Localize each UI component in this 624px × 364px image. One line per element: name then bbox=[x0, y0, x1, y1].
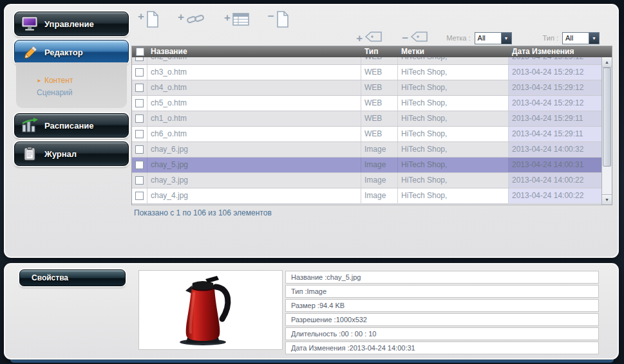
column-header-name[interactable]: Название bbox=[147, 46, 361, 57]
scrollbar-thumb[interactable] bbox=[603, 68, 611, 167]
row-checkbox[interactable] bbox=[132, 57, 147, 64]
row-checkbox[interactable] bbox=[132, 142, 147, 157]
minus-glyph: − bbox=[402, 33, 408, 44]
table-row[interactable]: ch3_o.htmWEBHiTech Shop,2013-04-24 15:29… bbox=[132, 65, 601, 80]
document-icon bbox=[276, 11, 289, 30]
remove-tag-button[interactable]: − bbox=[402, 31, 428, 45]
type-filter-select[interactable]: All ▼ bbox=[562, 32, 600, 44]
property-label: Дата Изменения bbox=[291, 344, 345, 352]
cell-name: chay_3.jpg bbox=[147, 173, 361, 188]
table-row[interactable]: ch6_o.htmWEBHiTech Shop,2013-04-24 15:29… bbox=[132, 127, 601, 142]
table-row[interactable]: ch1_o.htmWEBHiTech Shop,2013-04-24 15:29… bbox=[132, 111, 601, 127]
table-row[interactable]: chay_5.jpgImageHiTech Shop,2013-04-24 14… bbox=[132, 158, 601, 173]
add-tag-button[interactable]: + bbox=[356, 31, 383, 45]
scroll-down-button[interactable]: ▼ bbox=[602, 194, 612, 205]
table-row[interactable]: ch5_o.htmWEBHiTech Shop,2013-04-24 15:29… bbox=[132, 96, 601, 111]
property-value: 94.4 KB bbox=[319, 302, 345, 309]
add-link-button[interactable]: + bbox=[178, 12, 205, 30]
row-checkbox[interactable] bbox=[132, 111, 147, 126]
cell-type: Image bbox=[361, 173, 398, 188]
pagination-status: Показано с 1 по 106 из 106 элементов bbox=[134, 208, 272, 217]
sidebar-submenu: ►Контент Сценарий bbox=[16, 62, 127, 108]
property-label: Разрешение bbox=[291, 316, 332, 323]
cell-tags: HiTech Shop, bbox=[398, 188, 509, 203]
cell-name: chay_5.jpg bbox=[147, 158, 361, 172]
cell-name: ch1_o.htm bbox=[147, 111, 361, 126]
cell-date: 2013-04-24 15:29:11 bbox=[509, 111, 601, 126]
cell-type: WEB bbox=[361, 127, 398, 141]
row-checkbox[interactable] bbox=[132, 65, 147, 80]
table-row[interactable]: chay_3.jpgImageHiTech Shop,2013-04-24 14… bbox=[132, 173, 601, 188]
property-label: Название bbox=[291, 273, 323, 281]
table-row[interactable]: ch4_o.htmWEBHiTech Shop,2013-04-24 15:29… bbox=[132, 80, 601, 96]
tag-filter-value: All bbox=[475, 34, 501, 42]
add-document-button[interactable]: + bbox=[138, 11, 159, 30]
tag-filter-select[interactable]: All ▼ bbox=[475, 32, 512, 44]
up-arrow-icon: ▲ bbox=[605, 60, 609, 64]
cell-date: 2013-04-24 15:29:12 bbox=[509, 57, 601, 64]
row-checkbox[interactable] bbox=[132, 96, 147, 111]
down-arrow-icon: ▼ bbox=[605, 197, 609, 202]
cell-date: 2013-04-24 14:00:31 bbox=[509, 158, 601, 172]
row-checkbox[interactable] bbox=[132, 127, 147, 141]
remove-document-button[interactable]: − bbox=[268, 11, 289, 30]
cell-tags: HiTech Shop, bbox=[398, 173, 509, 188]
property-value: Image bbox=[307, 287, 326, 295]
sidebar-item-schedule[interactable]: Расписание bbox=[14, 113, 129, 138]
submenu-item-content[interactable]: ►Контент bbox=[37, 76, 127, 85]
type-filter-value: All bbox=[563, 34, 589, 42]
document-icon bbox=[146, 11, 159, 30]
table-row[interactable]: chay_6.jpgImageHiTech Shop,2013-04-24 14… bbox=[132, 142, 601, 158]
cell-type: Image bbox=[361, 142, 398, 157]
sidebar-item-management[interactable]: Управление bbox=[14, 12, 129, 36]
cell-type: WEB bbox=[361, 65, 398, 80]
property-label: Тип bbox=[291, 287, 303, 295]
property-label: Длительность bbox=[291, 330, 337, 338]
vertical-scrollbar[interactable]: ▲ ▼ bbox=[601, 57, 612, 205]
row-checkbox[interactable] bbox=[132, 158, 147, 172]
tag-icon bbox=[364, 31, 383, 45]
tag-icon bbox=[410, 31, 428, 45]
column-header-type[interactable]: Тип bbox=[361, 46, 398, 57]
cell-tags: HiTech Shop, bbox=[398, 57, 509, 64]
cell-type: Image bbox=[361, 188, 398, 203]
sidebar-item-editor[interactable]: Редактор bbox=[14, 40, 129, 64]
cell-tags: HiTech Shop, bbox=[398, 65, 509, 80]
table-header: Название Тип Метки Дата Изменения bbox=[132, 46, 612, 57]
clipboard-icon bbox=[21, 146, 38, 161]
property-label: Размер bbox=[291, 302, 316, 309]
type-filter-label: Тип : bbox=[543, 34, 558, 42]
cell-name: chay_4.jpg bbox=[147, 188, 361, 203]
filter-bar: + − Метка : All ▼ Тип : All bbox=[356, 31, 600, 45]
sidebar: Управление Редактор ►Контент Сценарий bbox=[14, 12, 129, 170]
add-table-button[interactable]: + bbox=[224, 12, 249, 29]
row-checkbox[interactable] bbox=[132, 80, 147, 95]
cell-date: 2013-04-24 15:29:12 bbox=[509, 96, 601, 111]
properties-button[interactable]: Свойства bbox=[19, 269, 126, 286]
scroll-up-button[interactable]: ▲ bbox=[602, 57, 612, 68]
cell-name: ch5_o.htm bbox=[147, 96, 361, 111]
column-header-date[interactable]: Дата Изменения bbox=[509, 46, 612, 57]
sidebar-item-journal[interactable]: Журнал bbox=[14, 141, 129, 166]
cell-type: WEB bbox=[361, 96, 398, 111]
column-header-tags[interactable]: Метки bbox=[398, 46, 509, 57]
property-value: 00 : 00 : 10 bbox=[341, 330, 376, 338]
row-checkbox[interactable] bbox=[132, 173, 147, 188]
cell-date: 2013-04-24 15:29:12 bbox=[509, 65, 601, 80]
submenu-item-scenario[interactable]: Сценарий bbox=[37, 88, 127, 97]
cell-type: WEB bbox=[361, 57, 398, 64]
row-checkbox[interactable] bbox=[132, 188, 147, 203]
chevron-down-icon: ▼ bbox=[501, 33, 511, 44]
property-row: Дата Изменения : 2013-04-24 14:00:31 bbox=[285, 341, 599, 354]
cell-tags: HiTech Shop, bbox=[398, 96, 509, 111]
cell-name: ch6_o.htm bbox=[147, 127, 361, 141]
submenu-item-label: Контент bbox=[44, 76, 73, 85]
select-all-checkbox[interactable] bbox=[132, 46, 147, 57]
table-row[interactable]: ch2_o.htmWEBHiTech Shop,2013-04-24 15:29… bbox=[132, 57, 601, 65]
minus-glyph: − bbox=[268, 11, 274, 22]
table-row[interactable]: chay_4.jpgImageHiTech Shop,2013-04-24 14… bbox=[132, 188, 601, 204]
property-row: Название : chay_5.jpg bbox=[285, 271, 599, 284]
plus-glyph: + bbox=[224, 12, 231, 23]
plus-glyph: + bbox=[138, 11, 144, 22]
cell-tags: HiTech Shop, bbox=[398, 142, 509, 157]
